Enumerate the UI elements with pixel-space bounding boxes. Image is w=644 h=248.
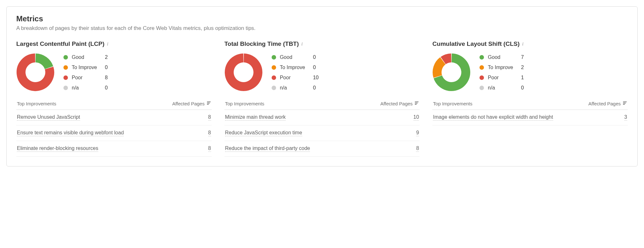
legend-label-poor: Poor bbox=[280, 75, 309, 81]
legend-dot-good-icon bbox=[63, 55, 68, 60]
improvement-row: Ensure text remains visible during webfo… bbox=[16, 125, 212, 141]
legend-row-improve[interactable]: To Improve0 bbox=[63, 65, 111, 70]
legend: Good0To Improve0Poor10n/a0 bbox=[272, 53, 319, 91]
improvement-count[interactable]: 10 bbox=[413, 114, 419, 121]
metric-title: Largest Contentful Paint (LCP) bbox=[16, 40, 105, 47]
legend-dot-good-icon bbox=[272, 55, 276, 60]
legend-label-na: n/a bbox=[72, 85, 101, 91]
improvements-header-left: Top Improvements bbox=[225, 101, 264, 106]
improvement-row: Image elements do not have explicit widt… bbox=[432, 110, 628, 125]
legend-row-poor[interactable]: Poor8 bbox=[63, 75, 111, 81]
legend: Good2To Improve0Poor8n/a0 bbox=[63, 53, 111, 91]
legend-label-improve: To Improve bbox=[280, 65, 309, 70]
improvements-header: Top ImprovementsAffected Pages bbox=[16, 100, 212, 110]
legend-label-good: Good bbox=[488, 54, 517, 60]
improvements-header-left: Top Improvements bbox=[433, 101, 472, 106]
legend-row-good[interactable]: Good0 bbox=[272, 54, 319, 60]
legend-row-improve[interactable]: To Improve0 bbox=[272, 65, 319, 70]
improvement-name[interactable]: Reduce JavaScript execution time bbox=[225, 130, 302, 136]
legend-label-na: n/a bbox=[488, 85, 517, 91]
legend-row-poor[interactable]: Poor1 bbox=[479, 75, 527, 81]
legend-dot-na-icon bbox=[272, 86, 276, 90]
legend-value-na: 0 bbox=[521, 85, 527, 91]
metric-header: Total Blocking Time (TBT)i bbox=[224, 40, 420, 47]
donut-chart bbox=[16, 53, 55, 91]
legend-label-poor: Poor bbox=[488, 75, 517, 81]
improvement-count[interactable]: 8 bbox=[208, 114, 211, 121]
legend-row-improve[interactable]: To Improve2 bbox=[479, 65, 527, 70]
chart-row: Good7To Improve2Poor1n/a0 bbox=[432, 53, 628, 91]
improvement-count[interactable]: 8 bbox=[208, 130, 211, 136]
improvement-name[interactable]: Ensure text remains visible during webfo… bbox=[17, 130, 124, 136]
legend: Good7To Improve2Poor1n/a0 bbox=[479, 53, 527, 91]
legend-dot-improve-icon bbox=[63, 65, 68, 70]
legend-label-improve: To Improve bbox=[72, 65, 101, 70]
legend-value-na: 0 bbox=[105, 85, 111, 91]
legend-value-improve: 2 bbox=[521, 65, 527, 70]
metric-header: Largest Contentful Paint (LCP)i bbox=[16, 40, 212, 47]
legend-value-good: 0 bbox=[313, 54, 319, 60]
legend-value-na: 0 bbox=[313, 85, 319, 91]
improvement-row: Reduce JavaScript execution time9 bbox=[224, 125, 420, 141]
improvement-name[interactable]: Image elements do not have explicit widt… bbox=[433, 114, 553, 121]
info-icon[interactable]: i bbox=[107, 41, 108, 47]
donut-chart bbox=[432, 53, 471, 91]
legend-dot-improve-icon bbox=[479, 65, 484, 70]
sort-desc-icon bbox=[207, 101, 211, 106]
legend-label-good: Good bbox=[72, 54, 101, 60]
legend-label-good: Good bbox=[280, 54, 309, 60]
legend-value-good: 2 bbox=[105, 54, 111, 60]
legend-value-good: 7 bbox=[521, 54, 527, 60]
metrics-row: Largest Contentful Paint (LCP)iGood2To I… bbox=[16, 40, 628, 157]
improvement-count[interactable]: 8 bbox=[208, 145, 211, 152]
info-icon[interactable]: i bbox=[301, 41, 303, 47]
improvement-count[interactable]: 9 bbox=[416, 130, 419, 136]
legend-value-improve: 0 bbox=[313, 65, 319, 70]
legend-value-poor: 10 bbox=[313, 75, 319, 81]
metric-header: Cumulative Layout Shift (CLS)i bbox=[432, 40, 628, 47]
legend-row-poor[interactable]: Poor10 bbox=[272, 75, 319, 81]
improvement-row: Remove Unused JavaScript8 bbox=[16, 110, 212, 125]
improvements-header: Top ImprovementsAffected Pages bbox=[432, 100, 628, 110]
sort-desc-icon bbox=[414, 101, 419, 106]
improvement-count[interactable]: 3 bbox=[624, 114, 627, 121]
metrics-panel: Metrics A breakdown of pages by their st… bbox=[6, 6, 638, 167]
legend-row-good[interactable]: Good2 bbox=[63, 54, 111, 60]
legend-value-poor: 8 bbox=[105, 75, 111, 81]
affected-pages-sort[interactable]: Affected Pages bbox=[380, 101, 419, 106]
panel-subtitle: A breakdown of pages by their status for… bbox=[16, 25, 628, 32]
legend-row-na[interactable]: n/a0 bbox=[479, 85, 527, 91]
legend-dot-improve-icon bbox=[272, 65, 276, 70]
legend-dot-na-icon bbox=[479, 86, 484, 90]
improvements-header: Top ImprovementsAffected Pages bbox=[224, 100, 420, 110]
improvements-header-right: Affected Pages bbox=[172, 101, 204, 106]
improvement-name[interactable]: Eliminate render-blocking resources bbox=[17, 145, 98, 152]
legend-label-poor: Poor bbox=[72, 75, 101, 81]
improvements-header-right: Affected Pages bbox=[380, 101, 413, 106]
metric-column: Cumulative Layout Shift (CLS)iGood7To Im… bbox=[432, 40, 628, 157]
legend-dot-good-icon bbox=[479, 55, 484, 60]
affected-pages-sort[interactable]: Affected Pages bbox=[589, 101, 627, 106]
legend-row-na[interactable]: n/a0 bbox=[272, 85, 319, 91]
improvement-name[interactable]: Reduce the impact of third-party code bbox=[225, 145, 310, 152]
improvement-count[interactable]: 8 bbox=[416, 145, 419, 152]
donut-chart bbox=[224, 53, 263, 91]
improvement-row: Reduce the impact of third-party code8 bbox=[224, 141, 420, 157]
panel-title: Metrics bbox=[16, 14, 628, 23]
legend-dot-poor-icon bbox=[272, 75, 276, 80]
improvements-header-left: Top Improvements bbox=[17, 101, 56, 106]
metric-column: Largest Contentful Paint (LCP)iGood2To I… bbox=[16, 40, 212, 157]
improvement-row: Eliminate render-blocking resources8 bbox=[16, 141, 212, 157]
metric-title: Total Blocking Time (TBT) bbox=[224, 40, 299, 47]
info-icon[interactable]: i bbox=[522, 41, 523, 47]
improvement-name[interactable]: Remove Unused JavaScript bbox=[17, 114, 80, 121]
legend-row-good[interactable]: Good7 bbox=[479, 54, 527, 60]
metric-title: Cumulative Layout Shift (CLS) bbox=[432, 40, 519, 47]
improvement-name[interactable]: Minimize main thread work bbox=[225, 114, 286, 121]
legend-row-na[interactable]: n/a0 bbox=[63, 85, 111, 91]
improvement-row: Minimize main thread work10 bbox=[224, 110, 420, 125]
affected-pages-sort[interactable]: Affected Pages bbox=[172, 101, 211, 106]
legend-value-poor: 1 bbox=[521, 75, 527, 81]
legend-dot-poor-icon bbox=[63, 75, 68, 80]
legend-label-improve: To Improve bbox=[488, 65, 517, 70]
